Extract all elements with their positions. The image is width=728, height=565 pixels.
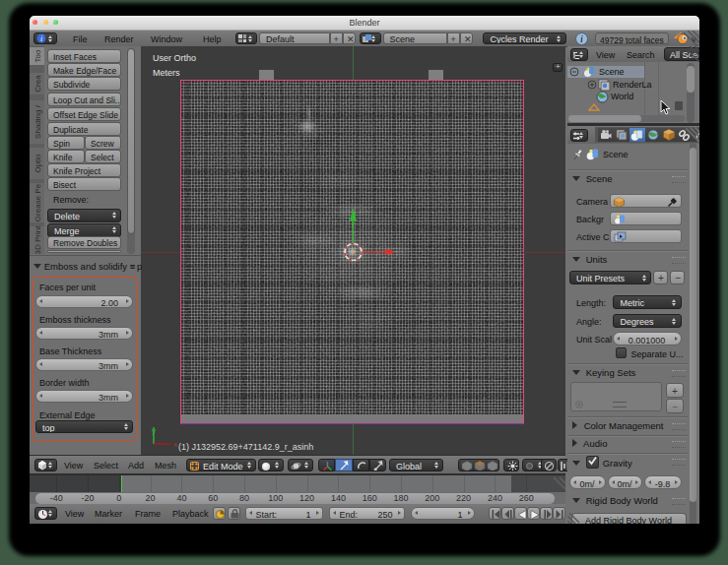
svg-text:y: y	[152, 426, 156, 435]
svg-text:x: x	[173, 440, 177, 449]
svg-text:i: i	[40, 34, 42, 43]
svg-text:i: i	[580, 33, 583, 44]
